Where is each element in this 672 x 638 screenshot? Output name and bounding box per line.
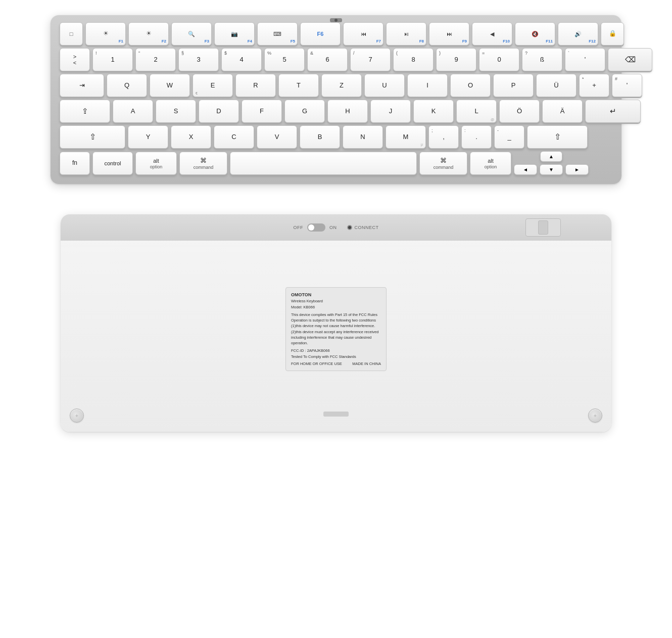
tested-label: Tested To Comply with FCC Standards	[291, 354, 381, 359]
key-1[interactable]: ! 1	[92, 48, 133, 71]
key-w[interactable]: W	[150, 74, 190, 97]
key-b[interactable]: B	[300, 125, 340, 149]
key-8[interactable]: ( 8	[393, 48, 434, 71]
key-control[interactable]: control	[92, 152, 133, 175]
key-beta[interactable]: ? ß	[522, 48, 562, 71]
key-k[interactable]: K	[413, 100, 454, 123]
back-main-area: OMOTON Wireless Keyboard Model: KB066 Th…	[61, 241, 611, 432]
connect-label: CONNECT	[355, 225, 379, 230]
key-p[interactable]: P	[493, 74, 534, 97]
key-f12[interactable]: 🔊 F12	[558, 22, 598, 45]
key-v[interactable]: V	[257, 125, 297, 149]
key-m[interactable]: M μ	[386, 125, 426, 149]
key-u[interactable]: U	[364, 74, 405, 97]
on-label: ON	[329, 225, 337, 230]
key-9[interactable]: ) 9	[436, 48, 476, 71]
key-return[interactable]: ↵	[585, 100, 641, 123]
key-command-left[interactable]: ⌘ command	[179, 152, 227, 175]
key-arrow-right[interactable]: ►	[565, 164, 589, 175]
key-hash[interactable]: # '	[612, 74, 642, 97]
key-n[interactable]: N	[343, 125, 383, 149]
key-f11[interactable]: 🔇 F11	[515, 22, 555, 45]
key-f9[interactable]: ⏭ F9	[429, 22, 469, 45]
key-ue[interactable]: Ü	[536, 74, 577, 97]
certification-row: FCC-ID : 2APAJKB066	[291, 348, 381, 353]
label-sticker: OMOTON Wireless Keyboard Model: KB066 Th…	[285, 287, 387, 371]
key-alt-option-left[interactable]: alt option	[135, 152, 177, 175]
key-command-right[interactable]: ⌘ command	[419, 152, 467, 175]
key-h[interactable]: H	[327, 100, 368, 123]
number-key-row: >< ! 1 " 2 § 3 $ 4 %	[60, 48, 612, 71]
key-f2[interactable]: ☀ F2	[128, 22, 169, 45]
key-f3[interactable]: 🔍 F3	[171, 22, 212, 45]
fcc-text: This device complies with Part 15 of the…	[291, 312, 381, 346]
key-y[interactable]: Y	[128, 125, 168, 149]
function-key-row: □ ☀ F1 ☀ F2 🔍 F3 📷 F4	[60, 22, 612, 45]
zxcv-row: ⇧ Y X C V B N M μ ; , : .	[60, 125, 612, 149]
key-capslock[interactable]: ⇪	[60, 100, 110, 123]
key-f10[interactable]: ◀ F10	[472, 22, 512, 45]
key-0[interactable]: = 0	[479, 48, 519, 71]
key-d[interactable]: D	[199, 100, 239, 123]
key-e[interactable]: E €	[193, 74, 233, 97]
key-q[interactable]: Q	[107, 74, 147, 97]
key-comma[interactable]: ; ,	[428, 125, 459, 149]
model-label: Model: KB066	[291, 304, 381, 310]
key-escape[interactable]: □	[60, 22, 83, 45]
key-plus-asterisk[interactable]: * +	[579, 74, 609, 97]
key-t[interactable]: T	[278, 74, 319, 97]
key-g[interactable]: G	[284, 100, 325, 123]
key-f1[interactable]: ☀ F1	[85, 22, 126, 45]
key-6[interactable]: & 6	[307, 48, 348, 71]
key-ae[interactable]: Ä	[542, 100, 583, 123]
key-3[interactable]: § 3	[178, 48, 219, 71]
key-2[interactable]: " 2	[135, 48, 176, 71]
key-f8[interactable]: ⏯ F8	[386, 22, 426, 45]
key-rows: □ ☀ F1 ☀ F2 🔍 F3 📷 F4	[60, 22, 612, 175]
key-5[interactable]: % 5	[264, 48, 305, 71]
key-lock[interactable]: 🔒	[601, 22, 624, 45]
usage-label: FOR HOME OR OFFICE USE	[291, 361, 342, 367]
power-section: OFF ON	[294, 223, 337, 232]
key-arrow-up[interactable]: ▲	[540, 151, 562, 162]
key-backtick-angle[interactable]: ><	[60, 48, 90, 71]
asdf-row: ⇪ A S D F G H J K L @ Ö Ä ↵	[60, 100, 612, 123]
key-f7[interactable]: ⏮ F7	[343, 22, 383, 45]
key-fn[interactable]: fn	[60, 152, 90, 175]
key-spacebar[interactable]	[230, 152, 417, 175]
key-f4[interactable]: 📷 F4	[214, 22, 255, 45]
key-shift-left[interactable]: ⇧	[60, 125, 125, 149]
key-a[interactable]: A	[113, 100, 153, 123]
key-arrow-left[interactable]: ◄	[514, 164, 537, 175]
key-backtick[interactable]: ` '	[565, 48, 605, 71]
key-f5[interactable]: ⌨ F5	[257, 22, 298, 45]
key-arrow-down[interactable]: ▼	[540, 164, 563, 175]
connect-button[interactable]	[347, 225, 352, 230]
key-oe[interactable]: Ö	[499, 100, 540, 123]
key-minus[interactable]: - _	[494, 125, 524, 149]
key-f6[interactable]: F6	[300, 22, 341, 45]
fcc-id: FCC-ID : 2APAJKB066	[291, 348, 330, 353]
key-z[interactable]: Z	[321, 74, 362, 97]
key-r[interactable]: R	[235, 74, 276, 97]
key-f[interactable]: F	[242, 100, 282, 123]
key-c[interactable]: C	[214, 125, 254, 149]
brand-name: OMOTON	[291, 292, 381, 299]
key-tab[interactable]: ⇥	[60, 74, 104, 97]
power-toggle[interactable]	[307, 223, 325, 232]
key-delete[interactable]: ⌫	[608, 48, 652, 71]
key-alt-option-right[interactable]: alt option	[470, 152, 511, 175]
key-4[interactable]: $ 4	[221, 48, 262, 71]
key-s[interactable]: S	[156, 100, 196, 123]
bottom-row: fn control alt option ⌘ command	[60, 151, 612, 175]
keyboard-body-front: □ ☀ F1 ☀ F2 🔍 F3 📷 F4	[51, 15, 621, 184]
key-o[interactable]: O	[450, 74, 491, 97]
key-j[interactable]: J	[370, 100, 411, 123]
key-i[interactable]: I	[407, 74, 448, 97]
made-in-label: MADE IN CHINA	[352, 361, 381, 367]
key-x[interactable]: X	[171, 125, 211, 149]
key-shift-right[interactable]: ⇧	[527, 125, 588, 149]
key-l[interactable]: L @	[456, 100, 497, 123]
key-period[interactable]: : .	[461, 125, 492, 149]
key-7[interactable]: / 7	[350, 48, 391, 71]
